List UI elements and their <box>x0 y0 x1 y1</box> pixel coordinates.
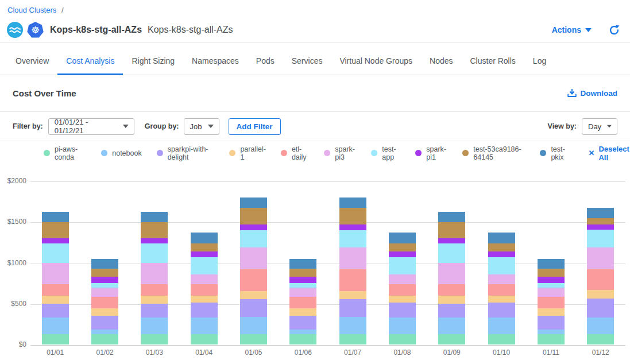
bar-segment-test-pkix[interactable] <box>538 259 565 269</box>
bar-segment-pi-aws-conda[interactable] <box>339 334 366 345</box>
bar-segment-test-pkix[interactable] <box>488 233 515 243</box>
bar-segment-parallel-1[interactable] <box>538 308 565 316</box>
download-button[interactable]: Download <box>567 89 618 98</box>
bar-segment-parallel-1[interactable] <box>91 308 118 316</box>
bar-segment-test-app[interactable] <box>538 283 565 288</box>
bar-segment-test-53ca9186-64145[interactable] <box>91 269 118 277</box>
bar-segment-spark-pi1[interactable] <box>389 251 416 257</box>
tab-nodes[interactable]: Nodes <box>421 43 461 75</box>
bar-segment-test-53ca9186-64145[interactable] <box>141 222 168 238</box>
bar-segment-etl-daily[interactable] <box>240 269 267 291</box>
bar-segment-notebook[interactable] <box>389 317 416 334</box>
legend-item-spark-pi1[interactable]: spark-pi1 <box>415 145 447 161</box>
bar-segment-pi-aws-conda[interactable] <box>438 334 465 345</box>
bar-segment-notebook[interactable] <box>587 317 614 334</box>
tab-virtual-node-groups[interactable]: Virtual Node Groups <box>331 43 421 75</box>
bar-segment-parallel-1[interactable] <box>438 296 465 304</box>
bar-segment-sparkpi-with-delight[interactable] <box>587 299 614 317</box>
tab-right-sizing[interactable]: Right Sizing <box>123 43 183 75</box>
bar-01/05[interactable] <box>240 198 267 344</box>
bar-segment-spark-pi3[interactable] <box>339 247 366 269</box>
bar-segment-pi-aws-conda[interactable] <box>538 334 565 345</box>
bar-segment-test-53ca9186-64145[interactable] <box>389 243 416 251</box>
bar-segment-test-53ca9186-64145[interactable] <box>587 218 614 224</box>
bar-segment-test-app[interactable] <box>191 257 218 275</box>
bar-segment-etl-daily[interactable] <box>438 284 465 296</box>
bar-segment-test-53ca9186-64145[interactable] <box>538 269 565 277</box>
bar-segment-pi-aws-conda[interactable] <box>587 334 614 345</box>
bar-01/12[interactable] <box>587 208 614 344</box>
bar-segment-notebook[interactable] <box>240 317 267 334</box>
bar-segment-etl-daily[interactable] <box>488 284 515 295</box>
bar-segment-spark-pi3[interactable] <box>488 274 515 284</box>
bar-segment-parallel-1[interactable] <box>240 291 267 299</box>
bar-segment-spark-pi3[interactable] <box>538 288 565 297</box>
bar-segment-sparkpi-with-delight[interactable] <box>91 316 118 330</box>
bar-segment-parallel-1[interactable] <box>191 296 218 303</box>
legend-item-test-53ca9186-64145[interactable]: test-53ca9186-64145 <box>462 145 525 161</box>
bar-01/11[interactable] <box>538 259 565 344</box>
bar-segment-etl-daily[interactable] <box>389 284 416 295</box>
bar-01/09[interactable] <box>438 212 465 344</box>
bar-segment-spark-pi1[interactable] <box>191 251 218 257</box>
bar-segment-test-app[interactable] <box>339 230 366 248</box>
bar-segment-test-app[interactable] <box>91 283 118 288</box>
bar-segment-spark-pi1[interactable] <box>91 277 118 283</box>
bar-segment-parallel-1[interactable] <box>389 296 416 303</box>
bar-segment-parallel-1[interactable] <box>141 296 168 304</box>
bar-segment-pi-aws-conda[interactable] <box>389 334 416 345</box>
bar-segment-test-pkix[interactable] <box>587 208 614 218</box>
bar-segment-pi-aws-conda[interactable] <box>191 334 218 345</box>
tab-cost-analysis[interactable]: Cost Analysis <box>57 43 123 75</box>
legend-item-parallel-1[interactable]: parallel-1 <box>229 145 265 161</box>
bar-segment-test-pkix[interactable] <box>42 212 69 222</box>
bar-segment-pi-aws-conda[interactable] <box>91 334 118 345</box>
bar-segment-spark-pi1[interactable] <box>538 277 565 283</box>
tab-pods[interactable]: Pods <box>248 43 283 75</box>
tab-namespaces[interactable]: Namespaces <box>183 43 248 75</box>
bar-segment-sparkpi-with-delight[interactable] <box>438 304 465 317</box>
bar-segment-test-app[interactable] <box>42 243 69 263</box>
bar-segment-spark-pi3[interactable] <box>42 263 69 284</box>
bar-segment-sparkpi-with-delight[interactable] <box>289 316 316 330</box>
bar-segment-etl-daily[interactable] <box>191 284 218 295</box>
bar-segment-spark-pi1[interactable] <box>339 224 366 230</box>
bar-01/02[interactable] <box>91 259 118 344</box>
bar-01/03[interactable] <box>141 212 168 344</box>
breadcrumb-link-cloud-clusters[interactable]: Cloud Clusters <box>7 6 56 14</box>
bar-segment-etl-daily[interactable] <box>538 297 565 309</box>
bar-segment-test-app[interactable] <box>438 243 465 263</box>
bar-segment-parallel-1[interactable] <box>339 291 366 299</box>
bar-segment-notebook[interactable] <box>91 330 118 334</box>
tab-cluster-rolls[interactable]: Cluster Rolls <box>461 43 524 75</box>
date-range-select[interactable]: 01/01/21 - 01/12/21 <box>48 118 134 135</box>
bar-segment-test-53ca9186-64145[interactable] <box>42 222 69 238</box>
bar-segment-spark-pi3[interactable] <box>438 263 465 284</box>
bar-segment-sparkpi-with-delight[interactable] <box>42 304 69 317</box>
bar-segment-test-pkix[interactable] <box>289 259 316 269</box>
bar-segment-test-app[interactable] <box>240 230 267 248</box>
bar-segment-pi-aws-conda[interactable] <box>289 334 316 345</box>
bar-segment-sparkpi-with-delight[interactable] <box>339 299 366 317</box>
bar-segment-test-pkix[interactable] <box>389 233 416 243</box>
bar-segment-parallel-1[interactable] <box>42 296 69 304</box>
add-filter-button[interactable]: Add Filter <box>229 118 281 135</box>
bar-01/10[interactable] <box>488 233 515 344</box>
tab-log[interactable]: Log <box>524 43 555 75</box>
bar-segment-test-app[interactable] <box>488 257 515 275</box>
bar-segment-sparkpi-with-delight[interactable] <box>141 304 168 317</box>
bar-segment-test-53ca9186-64145[interactable] <box>289 269 316 277</box>
bar-segment-etl-daily[interactable] <box>42 284 69 296</box>
bar-segment-test-53ca9186-64145[interactable] <box>438 222 465 238</box>
bar-segment-spark-pi3[interactable] <box>240 247 267 269</box>
bar-segment-sparkpi-with-delight[interactable] <box>191 303 218 317</box>
bar-segment-pi-aws-conda[interactable] <box>141 334 168 345</box>
bar-segment-spark-pi3[interactable] <box>141 263 168 284</box>
legend-item-etl-daily[interactable]: etl-daily <box>281 145 309 161</box>
legend-item-test-pkix[interactable]: test-pkix <box>540 145 570 161</box>
bar-segment-test-pkix[interactable] <box>339 198 366 208</box>
bar-segment-sparkpi-with-delight[interactable] <box>538 316 565 330</box>
bar-segment-pi-aws-conda[interactable] <box>240 334 267 345</box>
bar-segment-spark-pi1[interactable] <box>141 238 168 243</box>
bar-segment-spark-pi1[interactable] <box>488 251 515 257</box>
